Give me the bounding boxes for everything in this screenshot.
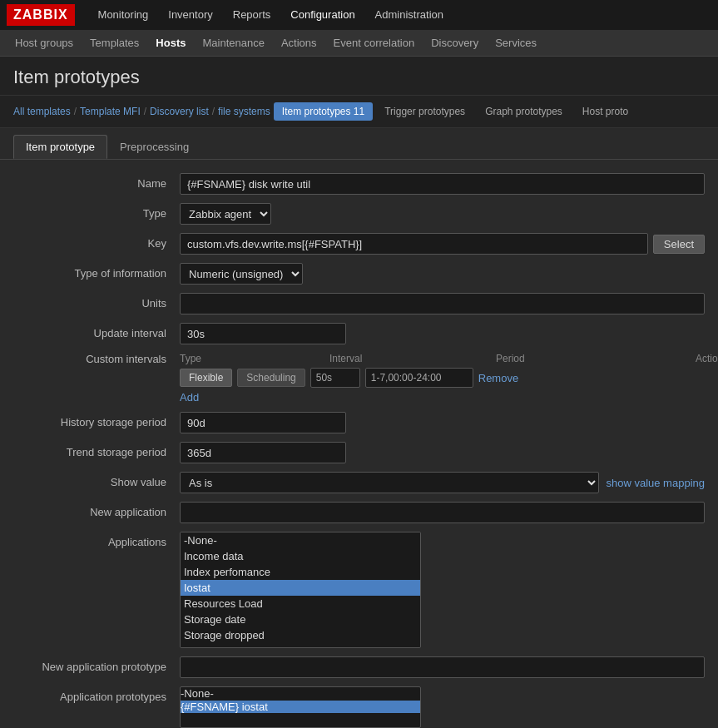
breadcrumb-file-systems[interactable]: file systems xyxy=(218,106,270,117)
flexible-button[interactable]: Flexible xyxy=(180,369,232,387)
breadcrumb-tab-graph-prototypes[interactable]: Graph prototypes xyxy=(477,102,571,121)
label-new-app-proto: New application prototype xyxy=(13,656,180,673)
nav-maintenance[interactable]: Maintenance xyxy=(194,30,272,57)
breadcrumb-tab-trigger-prototypes[interactable]: Trigger prototypes xyxy=(376,102,473,121)
new-application-input[interactable] xyxy=(180,502,705,523)
header-period: Period xyxy=(496,353,629,364)
top-nav: ZABBIX Monitoring Inventory Reports Conf… xyxy=(0,0,718,30)
label-type: Type xyxy=(13,203,180,220)
nav-administration[interactable]: Administration xyxy=(365,0,453,30)
trend-input[interactable] xyxy=(180,442,346,463)
key-input[interactable] xyxy=(180,233,648,255)
row-new-app-proto: New application prototype xyxy=(0,656,718,678)
nav-monitoring[interactable]: Monitoring xyxy=(88,0,159,30)
row-custom-intervals: Custom intervals Type Interval Period Ac… xyxy=(0,353,718,404)
add-link[interactable]: Add xyxy=(180,391,718,404)
control-trend xyxy=(180,442,705,463)
control-show-value: As is show value mapping xyxy=(180,472,705,493)
label-new-application: New application xyxy=(13,502,180,518)
row-name: Name xyxy=(0,173,718,195)
label-units: Units xyxy=(13,293,180,310)
label-app-prototypes: Application prototypes xyxy=(13,686,180,703)
label-type-info: Type of information xyxy=(13,263,180,280)
control-key: Select xyxy=(180,233,705,255)
control-type: Zabbix agent xyxy=(180,203,705,225)
nav-discovery[interactable]: Discovery xyxy=(423,30,487,57)
label-trend: Trend storage period xyxy=(13,442,180,458)
nav-reports[interactable]: Reports xyxy=(223,0,281,30)
page-title: Item prototypes xyxy=(0,57,718,96)
app-option-storage-perf[interactable]: Storage perfomance xyxy=(181,643,420,648)
show-value-row: As is show value mapping xyxy=(180,472,705,493)
type-select[interactable]: Zabbix agent xyxy=(180,203,271,225)
app-option-iostat[interactable]: Iostat xyxy=(181,580,420,596)
label-custom-intervals: Custom intervals xyxy=(13,353,180,365)
second-nav: Host groups Templates Hosts Maintenance … xyxy=(0,30,718,57)
app-option-index[interactable]: Index perfomance xyxy=(181,564,420,580)
control-units xyxy=(180,293,705,314)
proto-option-none[interactable]: -None- xyxy=(181,687,420,701)
row-app-prototypes: Application prototypes -None- {#FSNAME} … xyxy=(0,686,718,728)
tab-preprocessing[interactable]: Preprocessing xyxy=(107,135,201,159)
nav-templates[interactable]: Templates xyxy=(82,30,147,57)
label-update-interval: Update interval xyxy=(13,323,180,339)
control-app-prototypes: -None- {#FSNAME} iostat xyxy=(180,686,705,728)
breadcrumb-bar: All templates / Template MFI / Discovery… xyxy=(0,96,718,128)
name-input[interactable] xyxy=(180,173,705,195)
app-option-none[interactable]: -None- xyxy=(181,532,420,548)
nav-configuration[interactable]: Configuration xyxy=(280,0,364,30)
row-units: Units xyxy=(0,293,718,314)
new-app-proto-input[interactable] xyxy=(180,656,705,678)
nav-event-correlation[interactable]: Event correlation xyxy=(325,30,423,57)
breadcrumb-sep2: / xyxy=(141,106,150,117)
row-key: Key Select xyxy=(0,233,718,255)
app-option-storage-date[interactable]: Storage date xyxy=(181,612,420,627)
control-update-interval xyxy=(180,323,705,344)
breadcrumb-tab-host-proto[interactable]: Host proto xyxy=(574,102,636,121)
breadcrumb-sep1: / xyxy=(71,106,80,117)
row-update-interval: Update interval xyxy=(0,323,718,344)
nav-actions[interactable]: Actions xyxy=(273,30,325,57)
tab-item-prototype[interactable]: Item prototype xyxy=(13,135,107,159)
control-history xyxy=(180,412,705,433)
control-custom-intervals: Type Interval Period Action Flexible Sch… xyxy=(180,353,718,404)
breadcrumb-template[interactable]: Template MFI xyxy=(80,106,141,117)
app-option-resources[interactable]: Resources Load xyxy=(181,596,420,612)
row-history: History storage period xyxy=(0,412,718,433)
nav-services[interactable]: Services xyxy=(487,30,545,57)
app-option-income[interactable]: Income data xyxy=(181,548,420,564)
app-prototypes-list[interactable]: -None- {#FSNAME} iostat xyxy=(180,686,421,728)
label-applications: Applications xyxy=(13,532,180,548)
control-new-application xyxy=(180,502,705,523)
period-value-input[interactable] xyxy=(365,368,473,388)
row-type: Type Zabbix agent xyxy=(0,203,718,225)
breadcrumb-tab-item-prototypes[interactable]: Item prototypes 11 xyxy=(274,102,373,121)
update-interval-input[interactable] xyxy=(180,323,346,344)
scheduling-button[interactable]: Scheduling xyxy=(237,369,305,387)
select-button[interactable]: Select xyxy=(653,235,705,254)
app-option-storage-dropped[interactable]: Storage dropped xyxy=(181,627,420,643)
key-row: Select xyxy=(180,233,705,255)
label-key: Key xyxy=(13,233,180,250)
header-interval: Interval xyxy=(329,353,446,364)
proto-option-fsname[interactable]: {#FSNAME} iostat xyxy=(181,701,420,714)
history-input[interactable] xyxy=(180,412,346,433)
type-info-select[interactable]: Numeric (unsigned) xyxy=(180,263,303,285)
breadcrumb-all-templates[interactable]: All templates xyxy=(13,106,71,117)
row-new-application: New application xyxy=(0,502,718,523)
header-action: Action xyxy=(696,353,718,364)
breadcrumb-discovery-list[interactable]: Discovery list xyxy=(150,106,209,117)
show-value-select[interactable]: As is xyxy=(180,472,599,493)
show-value-mapping-link[interactable]: show value mapping xyxy=(606,477,705,489)
intervals-row: Flexible Scheduling Remove xyxy=(180,368,718,388)
nav-host-groups[interactable]: Host groups xyxy=(7,30,82,57)
interval-value-input[interactable] xyxy=(310,368,360,388)
units-input[interactable] xyxy=(180,293,705,314)
row-type-info: Type of information Numeric (unsigned) xyxy=(0,263,718,285)
remove-button[interactable]: Remove xyxy=(478,372,518,384)
row-trend: Trend storage period xyxy=(0,442,718,463)
nav-inventory[interactable]: Inventory xyxy=(158,0,222,30)
applications-list[interactable]: -None- Income data Index perfomance Iost… xyxy=(180,532,421,648)
nav-hosts[interactable]: Hosts xyxy=(147,30,194,57)
label-history: History storage period xyxy=(13,412,180,428)
